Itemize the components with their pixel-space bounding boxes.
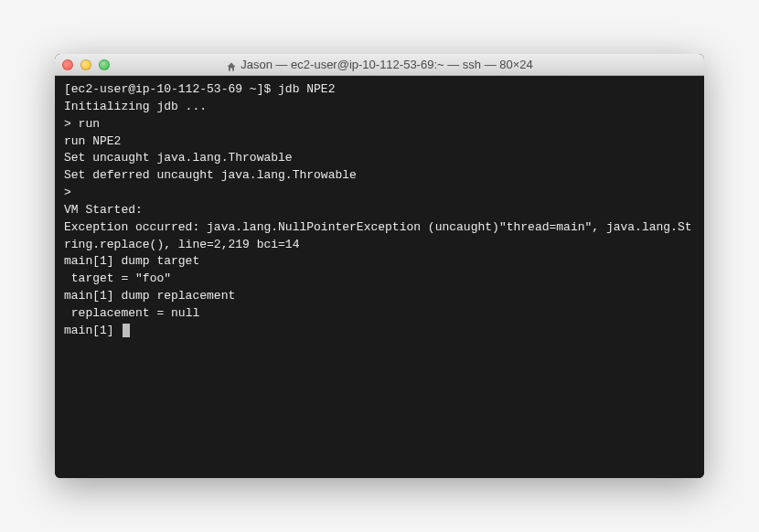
terminal-line: main[1] [64,323,695,340]
close-button[interactable] [62,59,73,70]
terminal-line: [ec2-user@ip-10-112-53-69 ~]$ jdb NPE2 [64,81,695,99]
zoom-button[interactable] [99,59,110,70]
terminal-line: Initializing jdb ... [64,99,695,116]
titlebar: Jason — ec2-user@ip-10-112-53-69:~ — ssh… [55,54,704,76]
terminal-line: main[1] dump target [64,253,695,271]
terminal-window: Jason — ec2-user@ip-10-112-53-69:~ — ssh… [55,54,704,478]
terminal-content[interactable]: [ec2-user@ip-10-112-53-69 ~]$ jdb NPE2In… [55,76,704,478]
prompt-text: main[1] [64,324,121,337]
terminal-line: replacement = null [64,305,695,323]
terminal-line: target = "foo" [64,271,695,288]
terminal-line: VM Started: [64,202,695,219]
title-wrap: Jason — ec2-user@ip-10-112-53-69:~ — ssh… [55,58,704,71]
terminal-line: > [64,185,695,202]
terminal-line: Exception occurred: java.lang.NullPointe… [64,219,695,254]
terminal-line: run NPE2 [64,133,695,151]
terminal-line: Set uncaught java.lang.Throwable [64,150,695,167]
traffic-lights [62,59,110,70]
cursor [123,324,130,337]
terminal-line: > run [64,116,695,133]
terminal-line: main[1] dump replacement [64,288,695,305]
home-icon [226,59,237,70]
window-title: Jason — ec2-user@ip-10-112-53-69:~ — ssh… [241,58,533,71]
terminal-line: Set deferred uncaught java.lang.Throwabl… [64,167,695,185]
minimize-button[interactable] [80,59,91,70]
